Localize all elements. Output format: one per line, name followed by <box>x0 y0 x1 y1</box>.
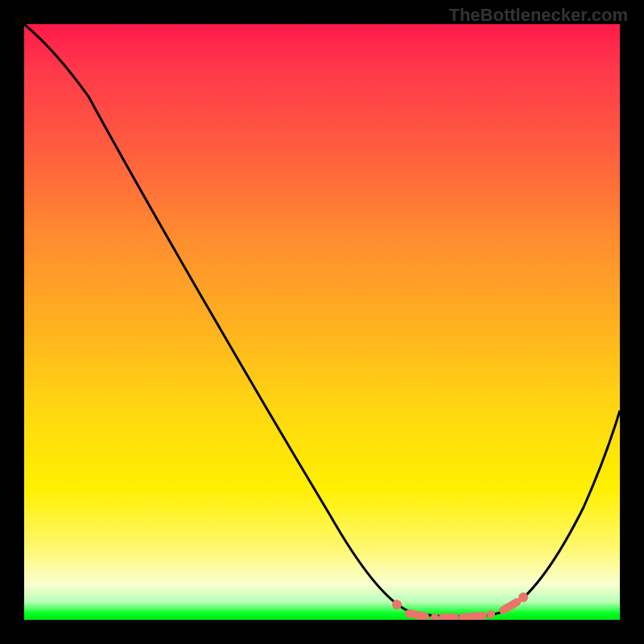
watermark-text: TheBottlenecker.com <box>448 5 628 26</box>
chart-container: TheBottlenecker.com <box>0 0 644 644</box>
marker-dash <box>409 613 425 617</box>
curve-svg <box>24 24 620 620</box>
marker-dot-right <box>518 592 528 602</box>
marker-dot-left <box>392 600 402 609</box>
marker-dash <box>503 602 517 610</box>
bottleneck-curve <box>24 24 620 617</box>
marker-dash <box>463 616 483 617</box>
plot-area <box>24 24 620 620</box>
marker-dot <box>487 610 495 618</box>
